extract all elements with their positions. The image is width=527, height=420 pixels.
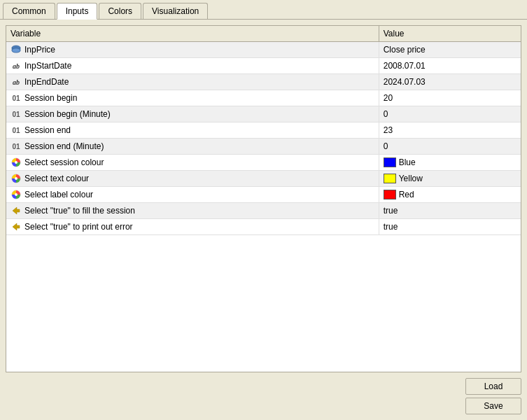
variable-value: true: [379, 203, 521, 219]
table-row[interactable]: 01Session end23: [6, 122, 521, 139]
variable-value: true: [379, 219, 521, 235]
tab-visualization[interactable]: Visualization: [143, 3, 208, 19]
variable-value: Blue: [379, 155, 521, 171]
numeric-icon: 01: [10, 108, 22, 120]
numeric-icon: 01: [10, 141, 22, 152]
tab-colors[interactable]: Colors: [99, 3, 141, 19]
variable-table: Variable Value InpPriceClose priceabInpS…: [6, 26, 521, 235]
variable-name: Select label colour: [24, 190, 93, 200]
content-area: Variable Value InpPriceClose priceabInpS…: [0, 20, 527, 420]
table-row[interactable]: Select text colourYellow: [6, 171, 521, 187]
variable-name: Select "true" to print out error: [24, 222, 133, 232]
variable-name: Session begin: [24, 93, 77, 103]
color-palette-icon: [10, 189, 22, 200]
variable-value: 2024.07.03: [379, 74, 521, 90]
col-header-value: Value: [379, 26, 521, 42]
table-row[interactable]: 01Session begin (Minute)0: [6, 106, 521, 122]
color-swatch: [384, 190, 396, 200]
numeric-icon: 01: [10, 92, 22, 104]
variable-value: 20: [379, 90, 521, 106]
color-swatch: [384, 158, 396, 167]
var-cell: Select "true" to print out error: [10, 221, 374, 232]
table-row[interactable]: Select "true" to print out errortrue: [6, 219, 521, 235]
svg-point-5: [15, 177, 17, 180]
variable-table-container: Variable Value InpPriceClose priceabInpS…: [6, 25, 521, 372]
variable-name: Select session colour: [24, 158, 104, 167]
var-cell: 01Session end (Minute): [10, 141, 374, 152]
variable-value: Close price: [379, 42, 521, 58]
variable-name: InpEndDate: [24, 77, 69, 87]
variable-value: Red: [379, 187, 521, 203]
arrow-icon: [10, 221, 22, 232]
variable-name: Session end (Minute): [24, 141, 104, 151]
ab-icon: ab: [10, 60, 22, 71]
db-icon: [10, 44, 22, 55]
ab-icon: ab: [10, 76, 22, 88]
var-cell: 01Session begin (Minute): [10, 108, 374, 120]
table-row[interactable]: abInpEndDate2024.07.03: [6, 74, 521, 90]
color-palette-icon: [10, 173, 22, 184]
table-row[interactable]: Select "true" to fill the sessiontrue: [6, 203, 521, 219]
variable-name: Select "true" to fill the session: [24, 206, 135, 216]
variable-value: 23: [379, 122, 521, 139]
variable-name: InpStartDate: [24, 61, 71, 71]
var-cell: InpPrice: [10, 44, 374, 55]
var-cell: 01Session end: [10, 125, 374, 136]
arrow-icon: [10, 205, 22, 216]
variable-value: Yellow: [379, 171, 521, 187]
tab-inputs[interactable]: Inputs: [57, 3, 98, 20]
svg-point-1: [12, 48, 20, 52]
tab-bar: CommonInputsColorsVisualization: [0, 0, 527, 20]
variable-name: Session begin (Minute): [24, 109, 111, 119]
var-cell: Select label colour: [10, 189, 374, 200]
table-row[interactable]: Select session colourBlue: [6, 155, 521, 171]
table-row[interactable]: 01Session end (Minute)0: [6, 139, 521, 155]
tab-common[interactable]: Common: [3, 3, 55, 19]
variable-name: Session end: [24, 125, 71, 135]
variable-value: 0: [379, 106, 521, 122]
svg-point-3: [15, 161, 17, 164]
var-cell: abInpEndDate: [10, 76, 374, 88]
save-button[interactable]: Save: [465, 398, 521, 414]
col-header-variable: Variable: [6, 26, 379, 42]
var-cell: abInpStartDate: [10, 60, 374, 71]
var-cell: 01Session begin: [10, 92, 374, 104]
var-cell: Select session colour: [10, 157, 374, 168]
button-area: Load Save: [6, 372, 521, 414]
table-row[interactable]: InpPriceClose price: [6, 42, 521, 58]
table-row[interactable]: Select label colourRed: [6, 187, 521, 203]
color-palette-icon: [10, 157, 22, 168]
variable-value: 2008.07.01: [379, 58, 521, 74]
var-cell: Select text colour: [10, 173, 374, 184]
main-window: CommonInputsColorsVisualization Variable…: [0, 0, 527, 420]
table-row[interactable]: 01Session begin20: [6, 90, 521, 106]
variable-name: InpPrice: [24, 45, 55, 55]
color-swatch: [384, 174, 396, 183]
var-cell: Select "true" to fill the session: [10, 205, 374, 216]
numeric-icon: 01: [10, 125, 22, 136]
load-button[interactable]: Load: [465, 378, 521, 395]
variable-value: 0: [379, 139, 521, 155]
table-row[interactable]: abInpStartDate2008.07.01: [6, 58, 521, 74]
svg-point-7: [15, 193, 17, 196]
variable-name: Select text colour: [24, 174, 89, 183]
